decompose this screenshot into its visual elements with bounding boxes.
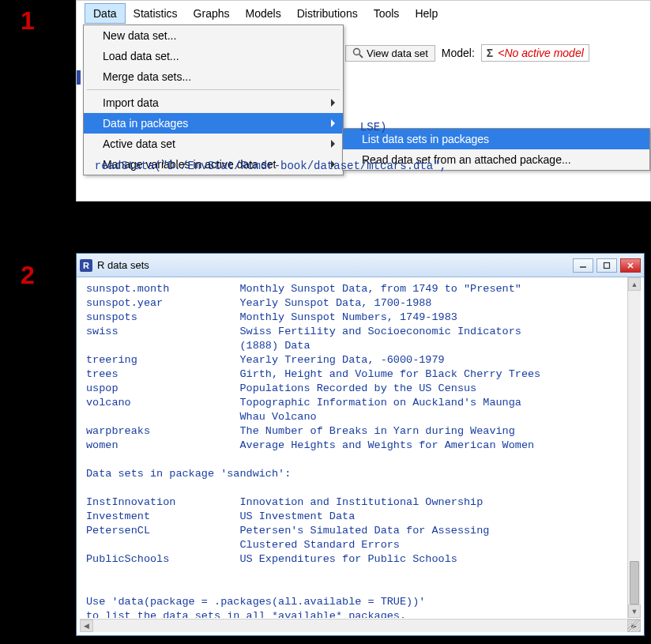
svg-line-1 [359, 55, 363, 58]
menu-help[interactable]: Help [407, 4, 446, 23]
background-code: LSE) readStata("D./EnvStat/Rcmdr-book/da… [81, 96, 446, 198]
svg-rect-3 [604, 262, 610, 268]
code-line-1: LSE) [81, 121, 446, 134]
scroll-left-arrow-icon[interactable]: ◀ [80, 620, 93, 632]
menu-distributions[interactable]: Distributions [289, 4, 366, 23]
toolbar: View data set Model: Σ <No active model [345, 44, 589, 62]
menu-merge-datasets[interactable]: Merge data sets... [84, 66, 343, 87]
model-label: Model: [442, 47, 475, 59]
dialog-titlebar[interactable]: R R data sets [77, 254, 644, 277]
close-button[interactable] [620, 258, 641, 273]
model-value: <No active model [498, 47, 584, 59]
code-line-2: readStata("D./EnvStat/Rcmdr-book/dataset… [81, 160, 446, 172]
menu-data[interactable]: Data [85, 3, 126, 24]
menu-load-dataset[interactable]: Load data set... [84, 46, 343, 66]
r-datasets-dialog: R R data sets sunspot.month Monthly Suns… [76, 253, 645, 636]
maximize-button[interactable] [596, 258, 617, 273]
view-dataset-button[interactable]: View data set [345, 45, 435, 62]
vertical-scrollbar[interactable]: ▲ ▼ [627, 277, 641, 618]
svg-point-0 [354, 49, 360, 55]
step-2-label: 2 [21, 261, 35, 290]
menubar: Data Statistics Graphs Models Distributi… [77, 1, 650, 24]
menu-screenshot-area: Data Statistics Graphs Models Distributi… [76, 0, 651, 201]
decorative-edge [77, 70, 81, 85]
scroll-up-arrow-icon[interactable]: ▲ [628, 277, 641, 291]
menu-tools[interactable]: Tools [366, 4, 408, 23]
horizontal-scrollbar[interactable]: ◀ ▶ [80, 619, 641, 632]
scroll-down-arrow-icon[interactable]: ▼ [628, 604, 641, 618]
dialog-title: R data sets [97, 259, 149, 271]
resize-grip[interactable] [627, 619, 641, 632]
dataset-listing: sunspot.month Monthly Sunspot Data, from… [80, 277, 641, 618]
menu-statistics[interactable]: Statistics [126, 4, 186, 23]
window-controls [573, 258, 641, 273]
menu-models[interactable]: Models [238, 4, 289, 23]
magnifier-icon [352, 47, 363, 58]
r-logo-icon: R [80, 259, 92, 272]
model-selector[interactable]: Σ <No active model [481, 44, 589, 62]
sigma-icon: Σ [487, 47, 493, 59]
step-1-label: 1 [21, 6, 35, 36]
menu-graphs[interactable]: Graphs [186, 4, 238, 23]
dialog-body: sunspot.month Monthly Sunspot Data, from… [80, 277, 641, 618]
menu-new-dataset[interactable]: New data set... [84, 25, 343, 46]
minimize-button[interactable] [573, 258, 593, 273]
scroll-thumb[interactable] [630, 561, 639, 604]
menu-separator [87, 89, 340, 90]
view-dataset-label: View data set [367, 47, 428, 59]
